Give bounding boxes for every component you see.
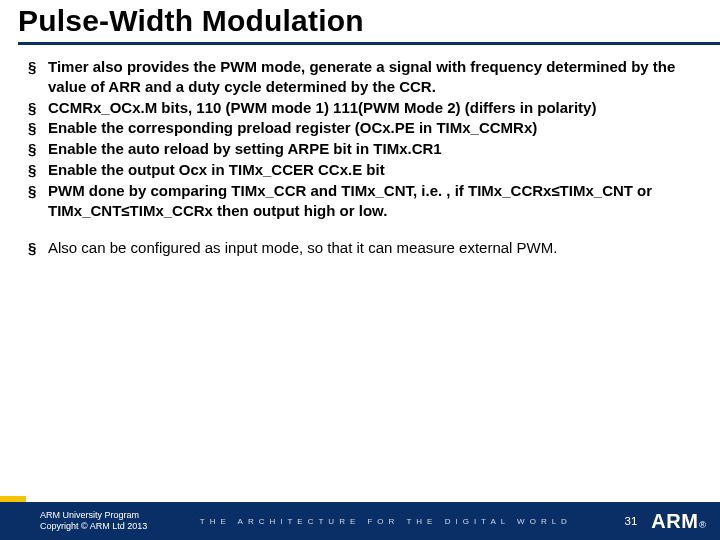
footer-line2: Copyright © ARM Ltd 2013 — [40, 521, 147, 532]
footer-credits: ARM University Program Copyright © ARM L… — [0, 510, 147, 533]
slide-body: Timer also provides the PWM mode, genera… — [0, 45, 720, 540]
bullet-item: CCMRx_OCx.M bits, 110 (PWM mode 1) 111(P… — [28, 98, 692, 118]
footer-line1: ARM University Program — [40, 510, 147, 521]
registered-icon: ® — [699, 520, 706, 530]
bullet-item: Also can be configured as input mode, so… — [28, 238, 692, 258]
footer-tagline: THE ARCHITECTURE FOR THE DIGITAL WORLD — [147, 517, 624, 526]
footer-bar: ARM University Program Copyright © ARM L… — [0, 502, 720, 540]
slide: Pulse-Width Modulation Timer also provid… — [0, 0, 720, 540]
bullet-item: Enable the output Ocx in TIMx_CCER CCx.E… — [28, 160, 692, 180]
bullet-list-primary: Timer also provides the PWM mode, genera… — [28, 57, 692, 220]
bullet-item: Timer also provides the PWM mode, genera… — [28, 57, 692, 97]
page-number: 31 — [625, 515, 638, 527]
title-wrap: Pulse-Width Modulation — [0, 0, 720, 45]
bullet-list-secondary: Also can be configured as input mode, so… — [28, 238, 692, 258]
bullet-item: Enable the corresponding preload registe… — [28, 118, 692, 138]
bullet-item: PWM done by comparing TIMx_CCR and TIMx_… — [28, 181, 692, 221]
bullet-item: Enable the auto reload by setting ARPE b… — [28, 139, 692, 159]
slide-title: Pulse-Width Modulation — [18, 4, 720, 38]
arm-logo: ARM® — [651, 510, 706, 533]
arm-logo-text: ARM — [651, 510, 698, 533]
